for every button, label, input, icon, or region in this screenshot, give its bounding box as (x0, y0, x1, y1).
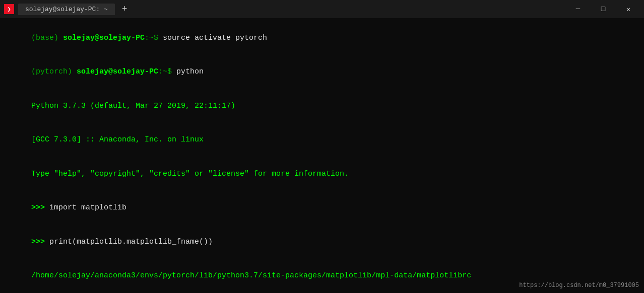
new-tab-button[interactable]: + (119, 4, 131, 14)
window-controls: ─ □ ✕ (566, 0, 640, 18)
command-3: import matplotlib (49, 203, 126, 212)
output-path: /home/solejay/anaconda3/envs/pytorch/lib… (31, 271, 471, 280)
username-1: solejay@solejay-PC (63, 34, 145, 42)
minimize-button[interactable]: ─ (566, 0, 590, 18)
terminal-line: Python 3.7.3 (default, Mar 27 2019, 22:1… (4, 89, 640, 123)
tab-label: solejay@solejay-PC: ~ (25, 6, 108, 13)
terminal-line: >>> import matplotlib (4, 191, 640, 226)
title-bar: ❯ solejay@solejay-PC: ~ + ─ □ ✕ (0, 0, 644, 18)
env-label-1: (base) (31, 34, 63, 42)
watermark: https://blog.csdn.net/m0_37991005 (519, 282, 639, 289)
terminal-line: >>> print(matplotlib.matplotlib_fname()) (4, 225, 640, 259)
path-2: :~$ (158, 67, 176, 76)
close-button[interactable]: ✕ (617, 0, 640, 18)
username-2: solejay@solejay-PC (77, 67, 158, 76)
command-2: python (176, 67, 204, 76)
terminal-icon: ❯ (4, 4, 14, 14)
restore-button[interactable]: □ (592, 0, 615, 18)
terminal-line: Type "help", "copyright", "credits" or "… (4, 157, 640, 191)
env-label-2: (pytorch) (31, 67, 77, 76)
path-1: :~$ (145, 34, 163, 42)
help-info: Type "help", "copyright", "credits" or "… (31, 170, 349, 178)
terminal-window: ❯ solejay@solejay-PC: ~ + ─ □ ✕ (base) s… (0, 0, 644, 293)
terminal-line: [GCC 7.3.0] :: Anaconda, Inc. on linux (4, 123, 640, 158)
prompt-3: >>> (31, 203, 49, 212)
gcc-info: [GCC 7.3.0] :: Anaconda, Inc. on linux (31, 135, 204, 144)
terminal-line: (base) solejay@solejay-PC:~$ source acti… (4, 21, 640, 55)
terminal-line: (pytorch) solejay@solejay-PC:~$ python (4, 55, 640, 90)
terminal-tab[interactable]: solejay@solejay-PC: ~ (18, 4, 115, 15)
command-1: source activate pytorch (163, 34, 267, 42)
prompt-4: >>> (31, 238, 49, 246)
terminal-body[interactable]: (base) solejay@solejay-PC:~$ source acti… (0, 18, 644, 293)
python-version: Python 3.7.3 (default, Mar 27 2019, 22:1… (31, 102, 235, 110)
command-4: print(matplotlib.matplotlib_fname()) (49, 238, 213, 246)
